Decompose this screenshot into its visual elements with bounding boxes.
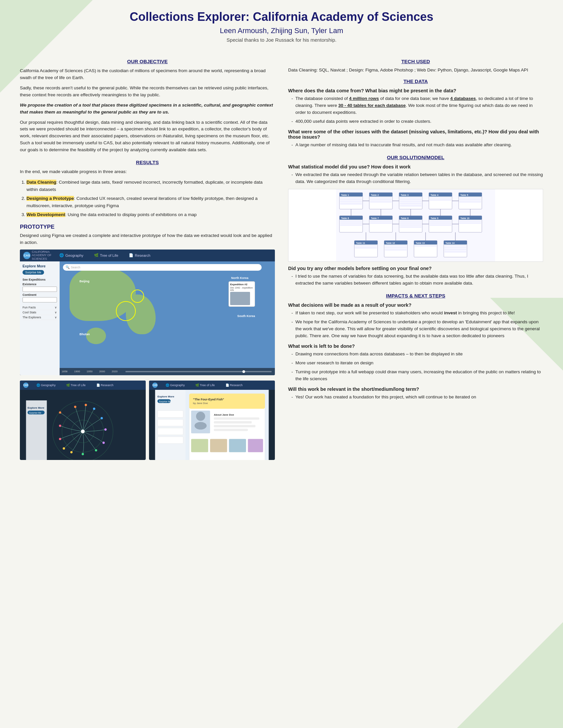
profile-nav-tree[interactable]: 🌿 Tree of Life [193,382,217,388]
left-column: OUR OBJECTIVE California Academy of Scie… [20,53,275,460]
svg-rect-95 [400,222,422,224]
svg-rect-103 [430,224,451,226]
svg-rect-128 [445,247,466,249]
svg-rect-73 [430,199,451,201]
map-logo-icon: CAS [23,252,30,259]
svg-rect-59 [370,199,392,201]
acknowledgement: Special thanks to Joe Russack for his me… [20,37,543,43]
solution-question: What statistical model did you use? How … [288,164,543,169]
svg-rect-52 [340,199,362,201]
map-nav-research[interactable]: 📄 Research [126,252,153,259]
db-diagram-svg: Table 1 Table 2 Table 3 [289,189,543,262]
work-left-question: What work is left to be done? [288,343,543,349]
db-diagram: Table 1 Table 2 Table 3 [288,189,543,262]
map-topbar: CAS CALIFORNIAACADEMY OFSCIENCES 🌐 Geogr… [20,250,275,261]
svg-text:Explore More: Explore More [157,395,174,398]
existence-input[interactable] [23,287,57,292]
svg-point-14 [63,447,65,450]
svg-rect-83 [340,220,362,222]
tech-section-title: TECH USED [288,59,543,64]
prototype-desc: Designed using Figma we created a comple… [20,232,275,246]
solution-section-title: OUR SOLUTION/MODEL [288,155,543,160]
svg-point-37 [194,422,207,430]
svg-text:Table 5: Table 5 [460,194,468,196]
bottom-screenshots: CAS 🌐 Geography 🌿 Tree of Life 📄 Researc… [20,381,275,460]
result-item-3: Web Development: Using the data extracte… [26,211,275,218]
svg-rect-43 [191,439,208,452]
svg-rect-113 [355,247,377,249]
continent-input[interactable] [23,297,57,302]
timeline-year-5: 2020 [112,370,117,373]
tol-nav-geo[interactable]: 🌐 Geography [34,382,58,388]
svg-rect-60 [370,201,392,203]
svg-point-6 [85,404,87,406]
expedition-card: Expedition #2 Dec 1942 - expedition info [228,281,255,307]
solution-bullet-1: We extracted the data we needed through … [292,171,543,185]
svg-rect-40 [214,421,252,424]
relevance-bullet-1: Yes! Our work has created a foundation f… [292,394,543,401]
tol-nav-research[interactable]: 📄 Research [94,382,116,388]
map-nav-geography[interactable]: 🌐 Geography [57,252,86,259]
explore-more-title: Explore More [23,264,57,268]
svg-text:Surprise Me: Surprise Me [29,412,41,414]
svg-rect-27 [157,411,183,418]
fun-facts-item[interactable]: Fun Facts ∨ [23,305,57,310]
timeline-year-4: 2000 [99,370,105,373]
page-title: Collections Explorer: California Academy… [20,10,543,24]
profile-nav-research[interactable]: 📄 Research [223,382,245,388]
svg-point-8 [101,417,103,419]
svg-rect-51 [340,197,362,199]
surprise-me-button[interactable]: Surprise Me [23,270,44,275]
svg-rect-67 [400,203,422,205]
svg-rect-118 [385,247,407,249]
svg-point-5 [74,406,76,408]
impacts-section-title: IMPACTS & NEXT STEPS [288,293,543,298]
continent-label: Continent [23,293,57,296]
timeline-handle[interactable] [242,370,245,373]
timeline-year-2: 1900 [74,370,80,373]
svg-text:by Jane Doe: by Jane Doe [193,402,208,405]
prototype-section-title: PROTOTYPE [20,224,275,230]
map-label-bhutan: Bhutan [79,333,90,336]
timeline-year-3: 1950 [87,370,93,373]
data-question-2: What were some of the other issues with … [288,129,543,140]
svg-rect-85 [340,224,362,226]
svg-rect-30 [157,437,183,444]
work-left-bullet-3: Turning our prototype into a full webapp… [292,369,543,383]
svg-text:Table 3: Table 3 [401,194,409,196]
timeline-bar [125,371,271,372]
svg-rect-29 [157,428,183,435]
impacts-bullet-1-1: If taken to next step, our work will be … [292,310,543,317]
tol-nav-tree[interactable]: 🌿 Tree of Life [64,382,88,388]
svg-text:Table 6: Table 6 [341,217,349,219]
map-label-north-korea: North Korea [231,276,248,280]
cool-stats-item[interactable]: Cool Stats ∨ [23,310,57,315]
svg-point-12 [82,453,84,455]
map-label-beijing: Beijing [79,280,89,283]
the-explorers-item[interactable]: The Explorers ∨ [23,315,57,320]
data-bullet-1-1: The database consisted of 4 million rows… [292,95,543,116]
svg-rect-96 [400,224,422,226]
svg-rect-119 [385,249,407,250]
map-nav-tree-of-life[interactable]: 🌿 Tree of Life [91,252,121,259]
svg-text:Table 13: Table 13 [416,242,425,244]
profile-logo: CAS [152,383,158,388]
svg-point-15 [59,438,61,440]
profile-topbar: CAS 🌐 Geography 🌿 Tree of Life 📄 Researc… [149,381,275,390]
tol-logo-icon: CAS [23,383,28,388]
svg-rect-68 [400,205,422,206]
data-highlight-databases: 4 databases [450,96,476,101]
result-label-3: Web Development [26,212,65,217]
results-list: Data Cleaning: Combined large data sets,… [26,179,275,218]
svg-rect-117 [385,245,407,247]
map-circle-2 [131,290,144,303]
svg-text:Table 4: Table 4 [431,194,439,196]
work-left-bullet-2: More user research to iterate on design [292,360,543,367]
profile-nav-geo[interactable]: 🌐 Geography [163,382,187,388]
right-column: TECH USED Data Cleaning: SQL, Navicat ; … [288,53,543,460]
data-bullets-1: The database consisted of 4 million rows… [288,95,543,125]
map-body: Explore More Surprise Me See Expeditions… [20,261,275,375]
invest-bold: invest [444,310,457,315]
existence-label: Existence [23,283,57,286]
tree-icon: 🌿 [94,253,99,257]
